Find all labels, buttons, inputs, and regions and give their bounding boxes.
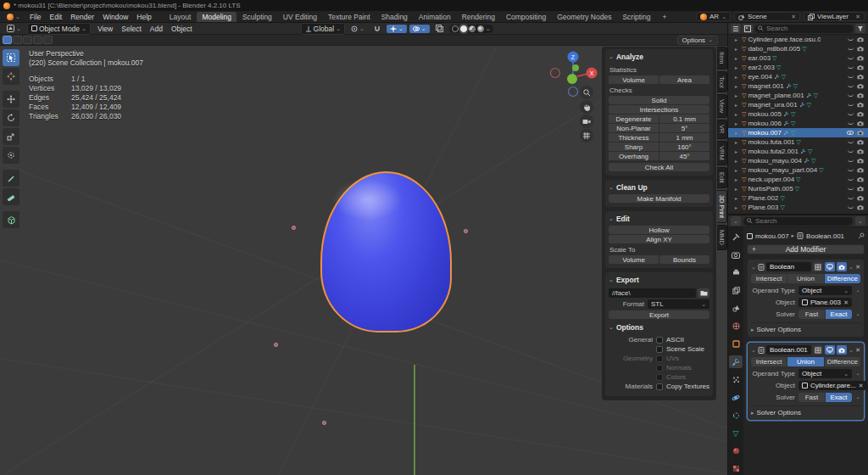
object-data-properties-tab[interactable]: ▽ [729,427,743,439]
viewlayer-properties-tab[interactable] [729,284,743,297]
display-mode-dropdown[interactable] [731,24,741,33]
checkbox[interactable] [656,383,663,390]
outliner-item[interactable]: ▸ ▽ neck.upper.004 ▽ [728,175,868,184]
editmode-display-toggle[interactable] [813,345,823,355]
add-cube-tool[interactable] [3,211,19,228]
expand-icon[interactable]: ▸ [735,83,740,89]
realtime-display-toggle[interactable] [825,262,835,271]
pivot-dropdown[interactable]: ⌄ [348,25,368,33]
modifier-name-field[interactable]: Boolean [766,262,811,271]
hide-eye-icon[interactable] [848,177,854,181]
blender-menu-button[interactable]: ⌄ [3,13,24,21]
render-camera-icon[interactable] [857,55,864,61]
select-invert-mode-button[interactable] [33,36,42,44]
difference-button[interactable]: Difference [825,274,860,283]
object-origin-dot[interactable] [274,343,278,347]
hide-eye-icon[interactable] [848,84,854,87]
viewport-3d[interactable]: User Perspective (220) Scene Collection … [0,46,727,475]
intersect-button[interactable]: Intersect [751,274,787,283]
workspace-tab[interactable]: Compositing [501,12,551,22]
intersect-button[interactable]: Intersect [751,357,787,366]
render-camera-icon[interactable] [857,83,864,89]
sidebar-tab[interactable]: VR [717,120,727,138]
hollow-button[interactable]: Hollow [609,226,709,234]
menu-item[interactable]: Render [66,12,98,22]
render-camera-icon[interactable] [857,120,864,126]
options-header[interactable]: ⌄Options [609,322,709,334]
outliner-item[interactable]: ▸ ▽ Plane.003 ▽ [728,203,868,212]
operand-type-dropdown[interactable]: Object⌄ [798,286,852,295]
scene-properties-tab[interactable] [729,302,743,315]
unlink-icon[interactable]: ✕ [855,14,860,20]
properties-filter-button[interactable]: ⌄ [855,216,865,226]
visible-eye-icon[interactable] [847,131,854,135]
selected-mesh-object[interactable] [320,171,452,332]
expand-icon[interactable]: ▸ [735,195,740,201]
expand-icon[interactable]: ▸ [735,92,740,98]
sidebar-tab[interactable]: 3D Print [717,190,727,223]
workspace-tab[interactable]: Texture Paint [323,12,376,22]
outliner-item[interactable]: ▸ ▽ magnet_plane.001 ▽ [728,91,868,100]
expand-icon[interactable]: ▸ [735,120,740,126]
check-all-button[interactable]: Check All [609,163,709,171]
viewport-menu-item[interactable]: View [93,24,117,34]
folder-browse-button[interactable] [698,288,709,298]
xray-toggle[interactable] [432,24,447,33]
outliner-item[interactable]: ▸ ▽ mokou.futa.001 ▽ [728,137,868,147]
unlink-icon[interactable]: ✕ [791,14,796,20]
sidebar-tab[interactable]: VRM [717,141,727,165]
render-camera-icon[interactable] [857,36,864,42]
render-camera-icon[interactable] [857,158,864,164]
expand-icon[interactable]: ▸ [735,148,740,154]
outliner-item[interactable]: ▸ ▽ Plane.002 ▽ [728,193,868,203]
workspace-tab[interactable]: Geometry Nodes [552,12,616,22]
particles-properties-tab[interactable] [729,373,743,386]
object-properties-tab[interactable] [729,338,743,350]
animate-decorator[interactable]: • [855,288,860,293]
modifier-extras-dropdown[interactable]: ⌄ [849,347,854,354]
viewport-menu-item[interactable]: Select [117,24,146,34]
hide-eye-icon[interactable] [848,196,854,199]
add-workspace-button[interactable]: + [657,12,671,22]
animate-decorator[interactable]: • [855,312,860,317]
select-extend-mode-button[interactable] [13,36,22,44]
breadcrumb-object[interactable]: mokou.007 [755,232,789,240]
render-camera-icon[interactable] [857,186,864,192]
menu-item[interactable]: Window [98,12,132,22]
mode-dropdown[interactable]: Object Mode ⌄ [27,23,91,35]
checkbox[interactable] [656,365,663,372]
hide-eye-icon[interactable] [848,205,854,209]
orientation-dropdown[interactable]: Global ⌄ [301,23,345,35]
workspace-tab[interactable]: Layout [164,12,197,22]
pan-button[interactable] [580,100,593,114]
solid-shading-button[interactable] [460,25,467,32]
hide-eye-icon[interactable] [848,112,854,115]
scale-volume-button[interactable]: Volume [609,255,659,264]
expand-icon[interactable]: ▸ [735,186,740,192]
expand-icon[interactable]: ▸ [735,139,740,145]
hide-eye-icon[interactable] [848,187,854,190]
hide-eye-icon[interactable] [848,140,854,143]
editor-type-button[interactable]: ⌄ [3,24,25,33]
hide-eye-icon[interactable] [848,65,854,69]
animate-decorator[interactable]: • [855,395,860,400]
workspace-tab[interactable]: UV Editing [278,12,322,22]
render-camera-icon[interactable] [857,139,864,145]
scale-tool[interactable] [3,128,19,145]
collapse-icon[interactable]: ⌄ [751,264,756,271]
check-button[interactable]: Degenerate [609,115,659,123]
outliner-item[interactable]: ▸ ▽ ear.003 ▽ [728,53,868,63]
outliner-item[interactable]: ▸ ▽ Cylinder.pare.face.osu.001 ▽ [728,35,868,44]
outliner-item[interactable]: ▸ ▽ mokou_mayu.004 ▽ [728,156,868,165]
hide-eye-icon[interactable] [848,75,854,78]
render-camera-icon[interactable] [857,102,864,108]
checkbox[interactable] [656,337,663,344]
outliner-item[interactable]: ▸ ▽ eye.004 ▽ [728,72,868,81]
workspace-tab[interactable]: Sculpting [237,12,277,22]
make-manifold-button[interactable]: Make Manifold [609,194,709,203]
output-properties-tab[interactable] [729,266,743,279]
render-camera-icon[interactable] [857,92,864,98]
check-value-field[interactable]: 1 mm [659,133,709,142]
select-box-tool[interactable] [3,49,19,66]
texture-properties-tab[interactable] [729,462,743,475]
